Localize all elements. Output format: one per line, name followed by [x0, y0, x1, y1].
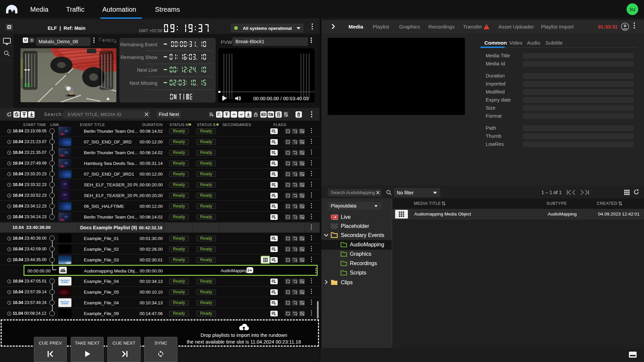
svg-text:mak.tv: mak.tv [108, 99, 114, 101]
